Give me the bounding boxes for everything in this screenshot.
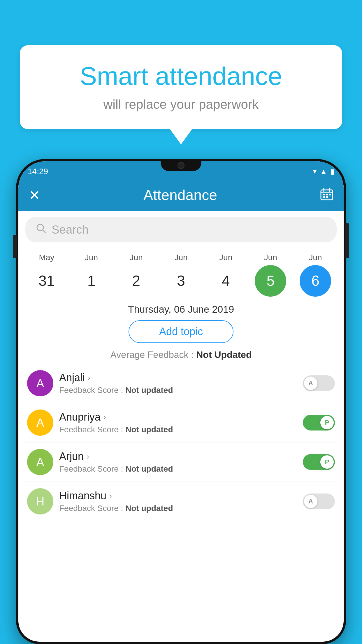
header-title: Attendance [143, 187, 217, 204]
speech-bubble: Smart attendance will replace your paper… [20, 45, 342, 129]
student-feedback: Feedback Score : Not updated [59, 386, 297, 395]
svg-rect-6 [329, 194, 331, 195]
phone-power-button [345, 223, 349, 258]
day-number: 31 [31, 265, 62, 297]
status-time: 14:29 [28, 167, 48, 176]
chevron-icon: › [103, 413, 106, 422]
svg-line-10 [43, 230, 45, 233]
day-month: Jun [85, 253, 98, 262]
day-number: 2 [120, 265, 152, 297]
attendance-toggle[interactable]: P [303, 415, 335, 430]
average-feedback: Average Feedback : Not Updated [18, 349, 344, 360]
bubble-subtitle: will replace your paperwork [37, 97, 325, 112]
day-month: Jun [309, 253, 322, 262]
status-icons: ▾ ▲ ▮ [313, 167, 334, 176]
svg-rect-7 [323, 196, 325, 198]
calendar-day-31[interactable]: May31 [28, 253, 66, 297]
search-placeholder: Search [52, 223, 89, 236]
svg-rect-8 [326, 196, 328, 198]
day-month: Jun [130, 253, 143, 262]
day-number: 5 [255, 265, 286, 297]
calendar-day-6[interactable]: Jun6 [296, 253, 334, 297]
svg-rect-4 [323, 194, 325, 195]
student-list: AAnjali ›Feedback Score : Not updatedAAA… [18, 364, 344, 521]
student-feedback: Feedback Score : Not updated [59, 464, 297, 474]
search-bar[interactable]: Search [25, 217, 337, 242]
student-feedback: Feedback Score : Not updated [59, 504, 297, 513]
phone-frame: 14:29 ▾ ▲ ▮ ✕ Attendance [16, 159, 346, 644]
avg-feedback-label: Average Feedback : [110, 349, 196, 360]
calendar-icon[interactable] [320, 188, 333, 203]
phone-volume-button [13, 235, 17, 258]
calendar-day-4[interactable]: Jun4 [207, 253, 245, 297]
toggle-knob: A [304, 377, 317, 390]
student-avatar: H [27, 488, 53, 514]
avg-feedback-value: Not Updated [196, 349, 252, 360]
battery-icon: ▮ [331, 167, 334, 176]
chevron-icon: › [88, 373, 90, 382]
wifi-icon: ▾ [313, 167, 317, 176]
day-month: Jun [174, 253, 187, 262]
day-number: 6 [300, 265, 331, 297]
student-info: Anjali ›Feedback Score : Not updated [59, 372, 297, 395]
add-topic-button[interactable]: Add topic [129, 320, 233, 343]
student-avatar: A [27, 449, 53, 475]
bubble-title: Smart attendance [37, 61, 325, 91]
phone-notch [161, 159, 201, 171]
toggle-knob: P [320, 455, 334, 469]
calendar-day-5[interactable]: Jun5 [252, 253, 289, 297]
student-info: Himanshu ›Feedback Score : Not updated [59, 490, 297, 513]
student-feedback: Feedback Score : Not updated [59, 425, 297, 434]
student-name: Anjali › [59, 372, 297, 384]
svg-rect-5 [326, 194, 328, 195]
day-month: Jun [264, 253, 277, 262]
close-button[interactable]: ✕ [29, 187, 40, 203]
student-row[interactable]: HHimanshu ›Feedback Score : Not updatedA [24, 482, 338, 521]
attendance-toggle[interactable]: A [303, 494, 335, 509]
student-avatar: A [27, 410, 53, 436]
calendar-day-1[interactable]: Jun1 [73, 253, 110, 297]
speech-bubble-arrow [170, 129, 192, 144]
calendar-day-2[interactable]: Jun2 [117, 253, 155, 297]
student-row[interactable]: AAnjali ›Feedback Score : Not updatedA [24, 364, 338, 403]
student-name: Himanshu › [59, 490, 297, 502]
chevron-icon: › [87, 452, 89, 461]
day-month: May [39, 253, 54, 262]
student-info: Arjun ›Feedback Score : Not updated [59, 450, 297, 474]
speech-bubble-container: Smart attendance will replace your paper… [20, 45, 342, 144]
app-header: ✕ Attendance [18, 179, 344, 211]
attendance-toggle[interactable]: P [303, 454, 335, 470]
calendar-strip: May31Jun1Jun2Jun3Jun4Jun5Jun6 [18, 248, 344, 297]
search-icon [36, 223, 46, 236]
calendar-day-3[interactable]: Jun3 [162, 253, 200, 297]
day-number: 4 [210, 265, 242, 297]
student-row[interactable]: AArjun ›Feedback Score : Not updatedP [24, 442, 338, 482]
student-name: Arjun › [59, 450, 297, 463]
student-name: Anupriya › [59, 411, 297, 423]
day-number: 1 [76, 265, 107, 297]
phone-screen: 14:29 ▾ ▲ ▮ ✕ Attendance [18, 161, 344, 642]
toggle-knob: P [320, 416, 334, 429]
chevron-icon: › [109, 491, 112, 501]
day-number: 3 [165, 265, 197, 297]
toggle-knob: A [304, 495, 317, 508]
attendance-toggle[interactable]: A [303, 375, 335, 391]
student-avatar: A [27, 370, 53, 396]
student-row[interactable]: AAnupriya ›Feedback Score : Not updatedP [24, 403, 338, 442]
selected-date-heading: Thursday, 06 June 2019 [18, 304, 344, 315]
signal-icon: ▲ [320, 167, 327, 176]
day-month: Jun [219, 253, 232, 262]
phone-camera [178, 162, 184, 169]
student-info: Anupriya ›Feedback Score : Not updated [59, 411, 297, 434]
